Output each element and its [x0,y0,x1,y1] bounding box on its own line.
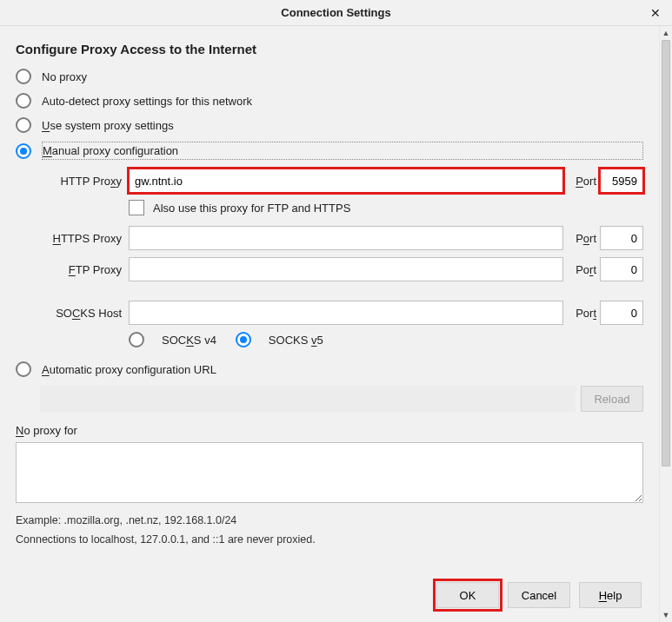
radio-icon [16,93,31,109]
radio-icon [16,361,31,377]
radio-manual[interactable]: Manual proxy configuration [16,142,643,160]
window-title: Connection Settings [281,6,390,19]
socks-version-row: SOCKS v4 SOCKS v5 [129,332,643,347]
ftp-port-label: Port [567,263,596,276]
auto-config-url-row: Reload [16,386,643,412]
also-use-label: Also use this proxy for FTP and HTTPS [153,202,350,215]
radio-icon [16,117,31,133]
radio-icon[interactable] [129,332,144,347]
radio-label: No proxy [42,70,87,83]
ftp-proxy-input[interactable] [129,257,563,281]
radio-auto-detect[interactable]: Auto-detect proxy settings for this netw… [16,93,643,109]
close-icon: ✕ [650,6,661,20]
checkbox-icon [129,200,144,215]
https-proxy-label: HTTPS Proxy [40,232,125,245]
http-port-input[interactable] [600,169,643,193]
radio-label: Use system proxy settings [42,119,174,132]
scroll-track[interactable] [660,40,672,608]
ok-button[interactable]: OK [436,582,499,608]
radio-icon [16,69,31,84]
scroll-down-icon[interactable]: ▼ [660,608,672,622]
socks-port-input[interactable] [600,301,643,325]
auto-config-url-input [40,386,576,412]
scroll-thumb[interactable] [662,40,670,467]
radio-label: Manual proxy configuration [42,142,643,160]
manual-proxy-group: HTTP Proxy Port Also use this proxy for … [16,169,643,347]
no-proxy-for-label: No proxy for [16,424,643,437]
ftp-proxy-label: FTP Proxy [40,263,125,276]
cancel-button[interactable]: Cancel [508,582,570,608]
http-port-label: Port [567,175,596,188]
ftp-proxy-row: FTP Proxy Port [40,257,643,281]
dialog-footer: OK Cancel Help [0,570,659,622]
socks-port-label: Port [567,307,596,320]
example-text: Example: .mozilla.org, .net.nz, 192.168.… [16,514,643,526]
socks-v4-label: SOCKS v4 [162,334,216,347]
scrollbar[interactable]: ▲ ▼ [659,26,672,622]
titlebar: Connection Settings ✕ [0,0,672,26]
help-button[interactable]: Help [579,582,642,608]
also-use-row[interactable]: Also use this proxy for FTP and HTTPS [129,200,643,215]
http-proxy-input[interactable] [129,169,563,193]
reload-button: Reload [581,386,643,412]
radio-no-proxy[interactable]: No proxy [16,69,643,84]
https-port-label: Port [567,232,596,245]
socks-host-label: SOCKS Host [40,307,125,320]
https-port-input[interactable] [600,226,643,250]
radio-label: Automatic proxy configuration URL [42,363,216,376]
radio-use-system[interactable]: Use system proxy settings [16,117,643,133]
scroll-up-icon[interactable]: ▲ [660,26,672,40]
close-button[interactable]: ✕ [646,3,665,23]
https-proxy-row: HTTPS Proxy Port [40,226,643,250]
http-proxy-label: HTTP Proxy [40,175,125,188]
http-proxy-row: HTTP Proxy Port [40,169,643,193]
socks-host-row: SOCKS Host Port [40,301,643,325]
radio-auto-config-url[interactable]: Automatic proxy configuration URL [16,361,643,377]
no-proxy-for-input[interactable] [16,442,643,503]
section-heading: Configure Proxy Access to the Internet [16,42,643,56]
https-proxy-input[interactable] [129,226,563,250]
radio-label: Auto-detect proxy settings for this netw… [42,95,252,108]
socks-host-input[interactable] [129,301,563,325]
note-text: Connections to localhost, 127.0.0.1, and… [16,533,643,546]
radio-icon [16,143,31,159]
radio-icon[interactable] [236,332,251,347]
socks-v5-label: SOCKS v5 [269,334,323,347]
ftp-port-input[interactable] [600,257,643,281]
